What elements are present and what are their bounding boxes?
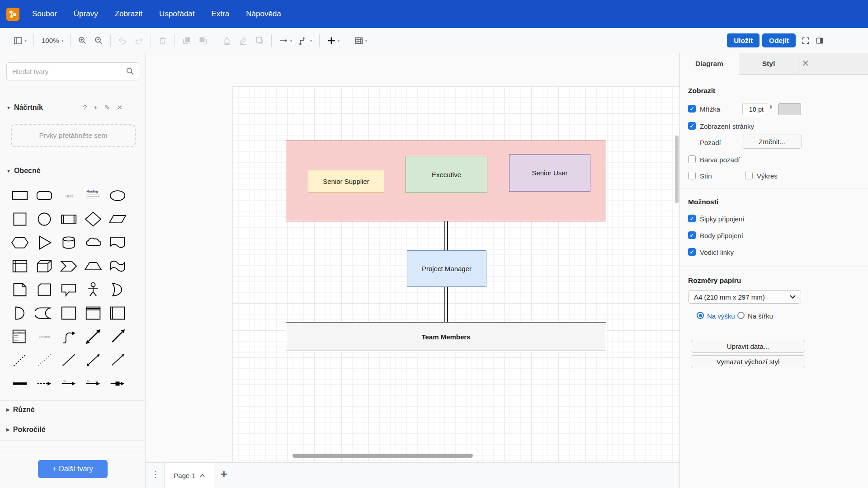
edit-data-button[interactable]: Upravit data... [691,340,805,353]
page-view-checkbox[interactable]: ✓ [688,122,696,130]
directional-connector-shape-icon[interactable] [105,348,130,372]
node-senior-user[interactable]: Senior User [509,154,590,192]
node-team-members[interactable]: Team Members [286,322,606,351]
menu-item[interactable]: Úpravy [74,9,98,19]
horizontal-scrollbar[interactable] [292,454,473,458]
dotted-line-shape-icon[interactable] [32,348,57,372]
bg-color-checkbox[interactable] [688,155,696,163]
shadow-checkbox[interactable] [688,172,696,179]
fullscreen-icon[interactable] [802,37,810,45]
node-senior-supplier[interactable]: Senior Supplier [308,170,384,192]
scratchpad-section-header[interactable]: ▼ Náčrtník ? + ✎ ✕ [0,99,145,116]
option-checkbox[interactable]: ✓ [688,215,696,222]
more-shapes-button[interactable]: + Další tvary [38,460,108,478]
data-storage-shape-icon[interactable] [32,301,57,325]
trapezoid-shape-icon[interactable] [81,254,105,278]
connector-shape-icon[interactable] [105,372,130,395]
format-panel-toggle-icon[interactable] [816,37,824,45]
exit-button[interactable]: Odejít [762,33,796,47]
option-checkbox[interactable]: ✓ [688,231,696,239]
process-shape-icon[interactable] [57,207,81,231]
arrow-two-labels-shape-icon[interactable] [81,372,105,395]
waypoints-icon[interactable]: ▾ [296,34,314,47]
edit-icon[interactable]: ✎ [104,103,110,112]
menu-item[interactable]: Soubor [32,9,57,19]
arrow-shape-icon[interactable] [105,325,130,348]
ellipse-shape-icon[interactable] [105,184,130,207]
edge-board-to-manager[interactable] [444,221,448,250]
table-icon[interactable]: ▾ [352,34,370,47]
grid-size-input[interactable] [742,103,767,115]
change-background-button[interactable]: Změnit... [742,135,802,149]
portrait-radio[interactable] [697,312,704,319]
vertical-scrollbar[interactable] [675,136,679,203]
connection-arrow-icon[interactable]: ▾ [276,34,294,47]
insert-icon[interactable]: ▾ [324,34,342,47]
page-tab[interactable]: Page-1 [164,463,214,488]
and-shape-icon[interactable] [8,301,32,325]
paper-size-select[interactable]: A4 (210 mm x 297 mm) [688,290,801,304]
tape-shape-icon[interactable] [105,254,130,278]
edge-manager-to-team[interactable] [444,287,448,322]
menu-item[interactable]: Nápověda [246,9,281,19]
heading-shape-icon[interactable]: Heading [81,184,105,207]
page-view-icon[interactable]: ▾ [11,34,29,47]
or-shape-icon[interactable] [105,278,130,301]
link-shape-icon[interactable] [8,372,32,395]
line-shape-icon[interactable] [57,348,81,372]
save-button[interactable]: Uložit [727,33,760,47]
option-checkbox[interactable]: ✓ [688,248,696,256]
grid-checkbox[interactable]: ✓ [688,105,696,113]
triangle-shape-icon[interactable] [32,231,57,254]
section-general-header[interactable]: ▼ Obecné [0,162,145,180]
cube-shape-icon[interactable] [32,254,57,278]
zoom-level[interactable]: 100%▾ [38,35,66,46]
arrow-dashed-shape-icon[interactable] [32,372,57,395]
square-shape-icon[interactable] [8,207,32,231]
text-shape-icon[interactable]: Text [57,184,81,207]
cloud-shape-icon[interactable] [81,231,105,254]
step-shape-icon[interactable] [57,254,81,278]
parallelogram-shape-icon[interactable] [105,207,130,231]
list-shape-icon[interactable]: List [8,325,32,348]
menu-item[interactable]: Uspořádat [159,9,194,19]
container-shape-icon[interactable] [57,301,81,325]
grid-color-swatch[interactable] [778,103,801,115]
callout-shape-icon[interactable] [57,278,81,301]
arrow-label-shape-icon[interactable] [57,372,81,395]
card-shape-icon[interactable] [32,278,57,301]
help-icon[interactable]: ? [83,103,87,112]
rounded-rectangle-shape-icon[interactable] [32,184,57,207]
drawio-logo-icon[interactable] [6,8,19,21]
bidirectional-connector-shape-icon[interactable] [81,348,105,372]
menu-item[interactable]: Zobrazit [115,9,142,19]
scratchpad-drop-area[interactable]: Prvky přetáhněte sem [11,124,136,147]
frame-shape-icon[interactable] [81,301,105,325]
search-icon[interactable] [126,67,134,77]
actor-shape-icon[interactable] [81,278,105,301]
curve-shape-icon[interactable] [57,325,81,348]
document-shape-icon[interactable] [105,231,130,254]
menu-item[interactable]: Extra [212,9,230,19]
search-shapes-input[interactable] [6,62,139,80]
panel-close-icon[interactable]: ✕ [802,59,809,68]
grid-size-stepper[interactable]: ▲▼ [769,104,773,110]
section-misc-header[interactable]: ▶ Různé [0,400,145,419]
bidirectional-arrow-shape-icon[interactable] [81,325,105,348]
canvas[interactable]: PROJECT BOARD Senior Supplier Executive … [146,53,679,462]
sketch-checkbox[interactable] [745,172,753,179]
zoom-out-icon[interactable] [91,34,106,47]
add-page-icon[interactable]: + [221,468,227,481]
dashed-line-shape-icon[interactable] [8,348,32,372]
node-executive[interactable]: Executive [406,156,487,193]
tab-diagram[interactable]: Diagram [680,53,739,75]
circle-shape-icon[interactable] [32,207,57,231]
vertical-container-shape-icon[interactable] [105,301,130,325]
clear-default-style-button[interactable]: Vymazat výchozí styl [691,355,805,368]
pages-menu-icon[interactable]: ⋮ [151,469,160,479]
zoom-in-icon[interactable] [75,34,90,47]
diamond-shape-icon[interactable] [81,207,105,231]
tab-styl[interactable]: Styl [739,53,798,75]
note-shape-icon[interactable] [8,278,32,301]
section-advanced-header[interactable]: ▶ Pokročilé [0,419,145,440]
